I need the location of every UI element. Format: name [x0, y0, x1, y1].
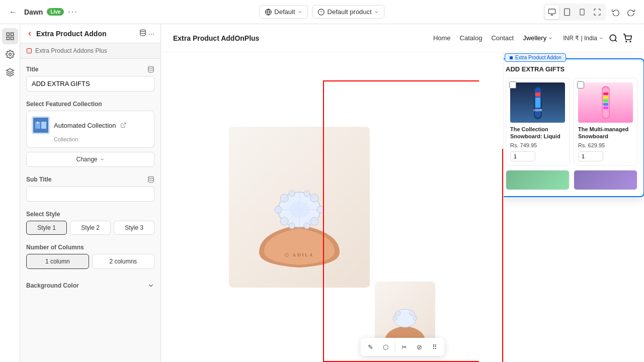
sidebar-apps-button[interactable] — [2, 64, 18, 80]
product-icon — [318, 9, 325, 16]
svg-rect-64 — [603, 96, 608, 99]
nav-chevron-icon — [548, 36, 553, 41]
site-name: Dawn — [24, 8, 43, 16]
tablet-button[interactable] — [560, 5, 574, 19]
fullscreen-button[interactable] — [590, 5, 604, 19]
mobile-button[interactable] — [575, 5, 589, 19]
panel-content: Title Select Featured Collection — [20, 59, 160, 362]
desktop-button[interactable] — [545, 5, 559, 19]
theme-dropdown[interactable]: Default — [259, 5, 308, 19]
gift-qty-1[interactable] — [510, 151, 535, 161]
svg-point-43 — [280, 217, 288, 225]
product-dropdown[interactable]: Default product — [312, 5, 385, 19]
search-icon[interactable] — [609, 34, 618, 43]
svg-point-53 — [393, 316, 397, 320]
preview-frame: Extra Product AddOnPlus Home Catalog Con… — [161, 24, 644, 362]
collection-section: Select Featured Collection Automate — [26, 101, 154, 167]
topbar: ← Dawn Live ··· Default Default product — [0, 0, 644, 24]
svg-point-42 — [317, 206, 324, 213]
edit-tool-button[interactable]: ✎ — [364, 340, 378, 354]
db-icon[interactable] — [147, 66, 154, 73]
panel-db-button[interactable] — [139, 29, 146, 38]
ring-svg: ⬡ ADILA — [234, 132, 365, 283]
gift-checkbox-2[interactable] — [577, 81, 584, 88]
svg-point-39 — [280, 194, 288, 202]
extra-product-addon-label: Extra Product Addon — [505, 53, 566, 62]
back-button[interactable]: ← — [6, 5, 20, 19]
panel-header-actions: ··· — [139, 29, 154, 38]
title-input[interactable] — [26, 76, 154, 92]
columns-selector: 1 column 2 columns — [26, 254, 154, 269]
nav-catalog[interactable]: Catalog — [460, 34, 482, 42]
collection-name: Automated Collection — [54, 122, 116, 129]
gift-image-2 — [578, 82, 633, 123]
sidebar-settings-button[interactable] — [2, 46, 18, 62]
undo-button[interactable] — [609, 5, 623, 19]
undo-redo-group — [609, 5, 638, 19]
cart-icon[interactable] — [623, 34, 632, 43]
redo-button[interactable] — [624, 5, 638, 19]
style-selector: Style 1 Style 2 Style 3 — [26, 221, 154, 235]
cut-tool-button[interactable]: ✂ — [397, 340, 412, 354]
svg-rect-8 — [565, 9, 570, 15]
store-nav: Home Catalog Contact Jwellery — [433, 34, 553, 42]
svg-rect-13 — [11, 33, 13, 35]
external-link-icon[interactable] — [120, 122, 126, 128]
svg-point-23 — [37, 122, 39, 124]
grid-tool-button[interactable]: ⠿ — [428, 340, 442, 354]
sidebar-sections-button[interactable] — [2, 28, 18, 44]
columns-section: Number of Columns 1 column 2 columns — [26, 244, 154, 269]
currency-selector[interactable]: INR ₹ | India — [563, 35, 604, 42]
gift-image-1: LIQUID — [510, 82, 565, 123]
svg-point-40 — [310, 194, 318, 202]
sub-header-icon — [26, 48, 32, 54]
style-2-button[interactable]: Style 2 — [70, 221, 111, 235]
topbar-right — [543, 4, 638, 21]
chevron-down-bg-icon — [147, 282, 154, 289]
panel-more-button[interactable]: ··· — [148, 29, 154, 38]
more-button[interactable]: ··· — [68, 8, 77, 17]
subtitle-db-icon[interactable] — [147, 176, 154, 183]
2-columns-button[interactable]: 2 columns — [92, 254, 155, 269]
style-3-button[interactable]: Style 3 — [114, 221, 154, 235]
change-collection-button[interactable]: Change — [26, 152, 154, 167]
toolbar-divider — [395, 342, 395, 352]
bg-color-section: Background Color — [26, 278, 154, 293]
extra-gifts-title: ADD EXTRA GIFTS — [506, 65, 637, 73]
gift-checkbox-1[interactable] — [509, 81, 516, 88]
nav-contact[interactable]: Contact — [491, 34, 514, 42]
svg-point-25 — [148, 176, 154, 178]
nav-jwellery[interactable]: Jwellery — [523, 34, 553, 42]
disable-tool-button[interactable]: ⊘ — [413, 340, 427, 354]
panel-sub-header: Extra Product Addons Plus — [20, 43, 160, 59]
svg-text:⬡ ADILA: ⬡ ADILA — [285, 252, 314, 257]
nav-home[interactable]: Home — [433, 34, 451, 42]
product-right-panel: 18kt Yellow Gold 18kt Rose Gold 18kt Whi… — [503, 52, 644, 362]
svg-line-27 — [615, 40, 616, 41]
title-label: Title — [26, 66, 154, 73]
live-badge: Live — [47, 8, 64, 16]
collection-row: Automated Collection — [32, 116, 149, 134]
svg-rect-18 — [27, 49, 32, 53]
shape-tool-button[interactable]: ⬡ — [379, 340, 393, 354]
chevron-down-icon — [298, 10, 303, 15]
style-1-button[interactable]: Style 1 — [26, 221, 67, 235]
subtitle-section: Sub Title — [26, 176, 154, 202]
main-product-image: ⬡ ADILA — [229, 127, 370, 288]
collection-thumb — [32, 116, 50, 134]
svg-point-46 — [304, 191, 310, 197]
gift-qty-2[interactable] — [578, 151, 603, 161]
chevron-down-icon-2 — [374, 10, 379, 15]
svg-point-47 — [289, 223, 295, 229]
svg-point-48 — [304, 223, 310, 229]
svg-point-38 — [289, 201, 309, 218]
subtitle-input[interactable] — [26, 186, 154, 202]
1-column-button[interactable]: 1 column — [26, 254, 89, 269]
svg-rect-5 — [548, 9, 555, 14]
gift-card-1: LIQUID The Collection Snowboard: Liquid … — [506, 78, 570, 166]
sidebar-icons — [0, 24, 20, 362]
style-section: Select Style Style 1 Style 2 Style 3 — [26, 211, 154, 235]
gift-price-2: Rs. 629.95 — [578, 142, 633, 148]
svg-rect-22 — [41, 122, 46, 129]
currency-chevron-icon — [599, 36, 604, 41]
